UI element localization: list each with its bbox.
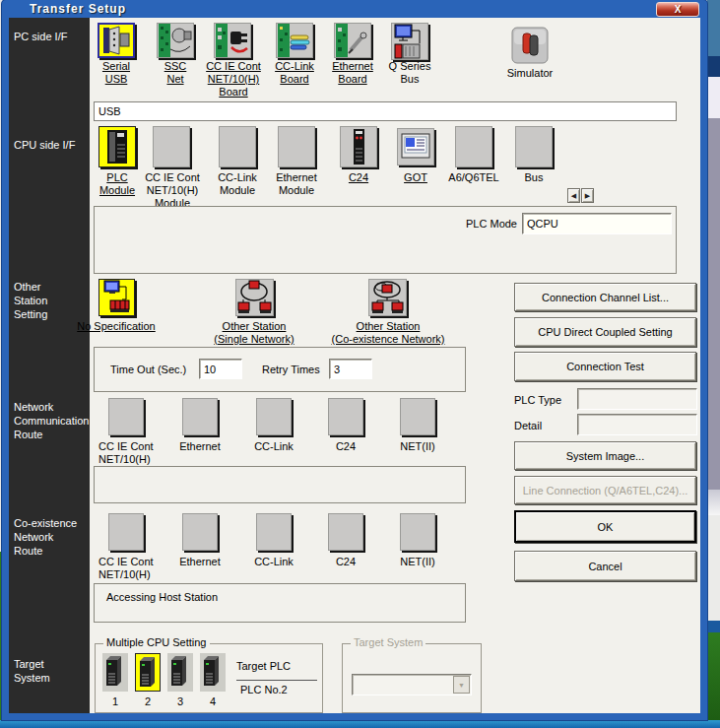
q-series-bus-icon[interactable]	[391, 23, 428, 60]
arrow-left-icon: ◀	[571, 192, 576, 200]
plc-mode-label: PLC Mode	[414, 218, 517, 230]
net-route-c24-icon	[328, 398, 363, 435]
cclink-board-icon[interactable]	[276, 23, 313, 58]
section-label-target-system: Target System	[14, 657, 50, 685]
c24-icon[interactable]	[340, 126, 377, 167]
connection-test-button[interactable]: Connection Test	[514, 352, 696, 381]
cpu-3-icon[interactable]	[167, 653, 193, 692]
line-connection-button: Line Connection (Q/A6TEL,C24)...	[514, 476, 696, 504]
retry-times-field[interactable]	[329, 359, 372, 379]
combo-dropdown-button: ▼	[453, 676, 470, 694]
simulator-icon[interactable]	[511, 27, 549, 64]
cpu-number-label: 1	[102, 695, 128, 708]
net-route-item-label: CC IE Cont NET/10(H)	[87, 440, 165, 466]
net-route-item-label: C24	[306, 440, 385, 453]
target-plc-label: Target PLC	[236, 660, 291, 672]
cpu-4-icon[interactable]	[200, 653, 226, 692]
net-route-netii-icon	[400, 398, 435, 435]
bus-icon	[515, 126, 553, 167]
coexist-status-text: Accessing Host Station	[106, 591, 218, 603]
cpu-number-label: 4	[200, 695, 226, 708]
other-station-single-icon[interactable]	[235, 279, 274, 316]
target-plc-value: PLC No.2	[240, 684, 288, 695]
network-route-status-box	[94, 466, 466, 503]
timeout-label: Time Out (Sec.)	[110, 364, 186, 375]
desktop-right-1	[707, 0, 720, 56]
retry-times-label: Retry Times	[262, 364, 320, 375]
no-specification-icon[interactable]	[98, 279, 135, 316]
got-icon[interactable]	[397, 128, 434, 165]
target-plc-divider	[236, 680, 317, 681]
cpu-number-label: 2	[135, 695, 161, 708]
net-route-item-label: NET(II)	[378, 440, 457, 453]
desktop-right-4	[707, 118, 720, 490]
coexist-c24-icon	[328, 513, 363, 551]
coexist-item-label: CC-Link	[234, 556, 313, 568]
coexist-item-label: CC IE Cont NET/10(H)	[87, 556, 165, 581]
cpu-direct-coupled-button[interactable]: CPU Direct Coupled Setting	[514, 317, 696, 347]
other-station-item-label[interactable]: Other Station (Single Network)	[205, 320, 303, 346]
desktop-right-2	[707, 56, 720, 77]
cpu-number-label: 3	[167, 695, 193, 708]
window-title: Transfer Setup	[30, 2, 126, 16]
section-label-network-route: Network Communication Route	[14, 400, 89, 441]
coexist-item-label: Ethernet	[161, 556, 239, 568]
system-image-button[interactable]: System Image...	[514, 441, 696, 470]
cpu-1-icon[interactable]	[102, 653, 128, 692]
net-route-item-label: CC-Link	[234, 440, 313, 453]
section-label-pc-side: PC side I/F	[14, 30, 67, 43]
coexist-status-box	[94, 583, 466, 623]
desktop-right-7	[707, 621, 720, 632]
cpu-side-item-label: Bus	[494, 171, 573, 184]
target-system-title: Target System	[351, 636, 425, 648]
plc-type-label: PLC Type	[514, 394, 561, 406]
sidebar	[9, 18, 90, 713]
ethernet-module-icon	[278, 126, 315, 167]
plc-mode-field[interactable]	[522, 213, 672, 234]
pc-side-item-label[interactable]: Q Series Bus	[370, 60, 449, 86]
scroll-left-button[interactable]: ◀	[567, 188, 580, 203]
coexist-ethernet-icon	[182, 513, 218, 551]
cclink-module-icon	[219, 126, 256, 167]
other-station-coexistence-icon[interactable]	[368, 279, 407, 316]
desktop-right-3	[707, 77, 720, 118]
chevron-down-icon: ▼	[458, 682, 465, 689]
ccie-module-icon	[153, 126, 190, 167]
coexist-item-label: C24	[306, 556, 385, 568]
other-station-item-label[interactable]: No Specification	[67, 320, 165, 333]
ok-button[interactable]: OK	[514, 510, 696, 543]
desktop-right-5	[707, 490, 720, 515]
target-system-combo: ▼	[352, 674, 472, 695]
net-route-item-label: Ethernet	[161, 440, 239, 453]
ssc-net-icon[interactable]	[157, 23, 194, 58]
other-station-item-label[interactable]: Other Station (Co-existence Network)	[330, 320, 446, 346]
desktop-right-8	[707, 632, 720, 728]
connection-channel-list-button[interactable]: Connection Channel List...	[514, 283, 696, 311]
close-icon: X	[675, 4, 682, 15]
pc-interface-value-field[interactable]	[94, 101, 677, 121]
taskbar-strip	[0, 720, 720, 728]
section-label-other-station: Other Station Setting	[14, 280, 47, 321]
cancel-button[interactable]: Cancel	[514, 551, 696, 581]
detail-field	[577, 414, 697, 435]
screen: Transfer Setup X PC side I/F CPU side I/…	[0, 0, 720, 728]
ethernet-board-icon[interactable]	[334, 23, 371, 58]
ccie-board-icon[interactable]	[214, 23, 251, 58]
desktop-right-6	[707, 515, 720, 621]
cpu-2-icon[interactable]	[135, 653, 161, 692]
serial-usb-icon[interactable]	[98, 23, 135, 58]
plc-module-icon[interactable]	[98, 126, 136, 167]
coexist-cclink-icon	[256, 513, 292, 551]
a6-q6tel-icon	[455, 126, 492, 167]
coexist-netii-icon	[400, 513, 435, 551]
coexist-item-label: NET(II)	[378, 556, 457, 568]
net-route-cclink-icon	[256, 398, 292, 435]
section-label-cpu-side: CPU side I/F	[14, 138, 75, 152]
timeout-field[interactable]	[199, 359, 242, 379]
scroll-right-button[interactable]: ▶	[581, 188, 594, 203]
net-route-ethernet-icon	[182, 398, 218, 435]
plc-type-field	[577, 388, 697, 410]
pc-side-item-label[interactable]: Simulator	[491, 67, 569, 80]
section-label-coexistence-route: Co-existence Network Route	[14, 516, 77, 558]
close-button[interactable]: X	[656, 2, 699, 17]
